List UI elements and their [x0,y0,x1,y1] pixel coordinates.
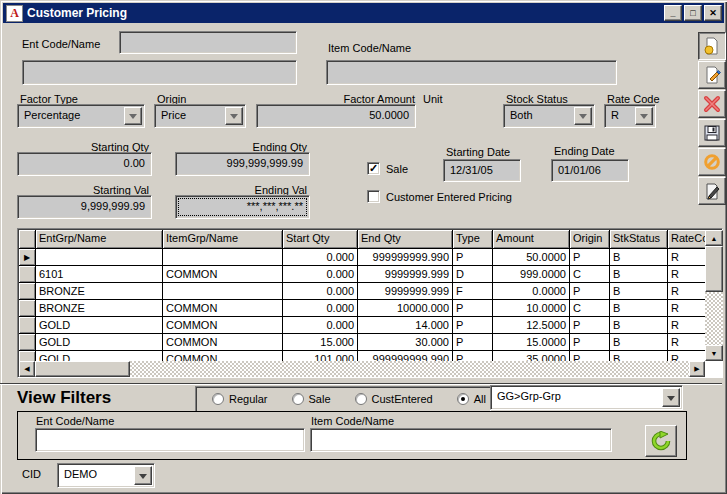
factor-amount-input[interactable]: 50.0000 [256,104,416,128]
table-cell[interactable]: 999.0000 [493,266,570,282]
table-cell[interactable]: 15.000 [283,334,358,350]
table-cell[interactable]: 0.000 [283,249,358,265]
rate-code-dropdown-button[interactable] [635,107,653,125]
vertical-scrollbar[interactable]: ▲ ▼ [705,230,723,361]
table-row[interactable]: 6101COMMON0.0009999999.999D999.0000CBR [19,266,707,283]
radio-icon[interactable] [212,393,224,405]
table-cell[interactable]: P [570,249,610,265]
table-cell[interactable]: 30.000 [358,334,453,350]
table-cell[interactable]: P [570,334,610,350]
table-cell[interactable]: D [453,266,493,282]
edit-record-button[interactable] [698,61,726,89]
table-cell[interactable]: R [668,266,707,282]
table-cell[interactable]: 50.0000 [493,249,570,265]
selected-row-indicator[interactable]: ▶ [19,249,36,265]
column-header-origin[interactable]: Origin [570,230,610,248]
horizontal-scrollbar-thumb[interactable] [35,361,130,377]
table-row[interactable]: BRONZE0.0009999999.999F0.0000PBR [19,283,707,300]
stock-status-dropdown-button[interactable] [574,107,592,125]
column-header-start-qty[interactable]: Start Qty [283,230,358,248]
column-header-rateco[interactable]: RateCo [668,230,707,248]
table-cell[interactable]: COMMON [163,266,283,282]
vertical-scrollbar-thumb[interactable] [705,246,723,292]
cancel-button[interactable] [698,148,726,176]
scroll-up-button[interactable]: ▲ [705,230,723,246]
table-cell[interactable]: P [570,317,610,333]
row-selector[interactable] [19,266,36,282]
new-record-button[interactable] [698,32,726,60]
cid-select[interactable]: DEMO [57,463,155,488]
table-cell[interactable]: 0.000 [283,283,358,299]
column-header-stkstatus[interactable]: StkStatus [610,230,668,248]
filter-ent-code-input[interactable] [35,428,305,452]
table-cell[interactable]: 10000.000 [358,300,453,316]
table-cell[interactable]: 0.000 [283,317,358,333]
scroll-left-button[interactable]: ◀ [19,361,35,377]
save-button[interactable] [698,119,726,147]
table-cell[interactable]: B [610,300,668,316]
table-cell[interactable]: B [610,266,668,282]
ent-name-input[interactable] [22,60,297,85]
view-mode-select[interactable]: GG>Grp-Grp [490,385,683,410]
table-row[interactable]: ▶0.000999999999.990P50.0000PBR [19,249,707,266]
radio-icon[interactable] [355,393,367,405]
table-cell[interactable]: 0.0000 [493,283,570,299]
table-cell[interactable]: R [668,317,707,333]
row-selector[interactable] [19,334,36,350]
scroll-right-button[interactable]: ▶ [689,361,705,377]
table-cell[interactable] [163,249,283,265]
table-cell[interactable]: R [668,283,707,299]
filter-radio-sale[interactable]: Sale [292,393,331,405]
table-cell[interactable]: P [453,334,493,350]
table-cell[interactable]: F [453,283,493,299]
table-cell[interactable]: R [668,334,707,350]
table-cell[interactable]: B [610,249,668,265]
starting-val-input[interactable]: 9,999,999.99 [17,195,152,219]
column-header-entgrp-name[interactable]: EntGrp/Name [36,230,163,248]
table-row[interactable]: GOLDCOMMON0.00014.000P12.5000PBR [19,317,707,334]
table-cell[interactable]: 999999999.990 [358,249,453,265]
table-cell[interactable]: 10.0000 [493,300,570,316]
table-cell[interactable]: 9999999.999 [358,283,453,299]
stock-status-select[interactable]: Both [503,104,595,128]
filter-radio-regular[interactable]: Regular [212,393,268,405]
customer-entered-pricing-row[interactable]: Customer Entered Pricing [367,190,512,203]
item-name-input[interactable] [326,60,617,85]
radio-icon[interactable] [457,393,469,405]
ending-val-input[interactable]: ***,***,***.** [175,195,310,219]
table-cell[interactable] [163,283,283,299]
delete-record-button[interactable] [698,90,726,118]
horizontal-scrollbar[interactable]: ◀ ▶ [19,361,705,377]
table-cell[interactable]: BRONZE [36,283,163,299]
column-header-end-qty[interactable]: End Qty [358,230,453,248]
column-header-type[interactable]: Type [453,230,493,248]
table-cell[interactable]: P [570,283,610,299]
table-cell[interactable]: 0.000 [283,300,358,316]
factor-type-dropdown-button[interactable] [124,107,142,125]
table-cell[interactable]: P [453,300,493,316]
table-cell[interactable]: 12.5000 [493,317,570,333]
table-row[interactable]: BRONZECOMMON0.00010000.000P10.0000CBR [19,300,707,317]
table-cell[interactable]: 14.000 [358,317,453,333]
row-selector[interactable] [19,317,36,333]
table-cell[interactable]: R [668,249,707,265]
table-cell[interactable]: GOLD [36,334,163,350]
column-header-amount[interactable]: Amount [493,230,570,248]
table-cell[interactable]: C [570,266,610,282]
table-cell[interactable]: C [570,300,610,316]
origin-dropdown-button[interactable] [225,107,243,125]
customer-entered-pricing-checkbox[interactable] [367,190,380,203]
table-cell[interactable]: 6101 [36,266,163,282]
ending-date-input[interactable]: 01/01/06 [551,159,629,182]
rate-code-select[interactable]: R [604,104,656,128]
filter-radio-custentered[interactable]: CustEntered [355,393,433,405]
table-row[interactable]: GOLDCOMMON15.00030.000P15.0000PBR [19,334,707,351]
origin-select[interactable]: Price [154,104,246,128]
maximize-button[interactable]: □ [684,5,702,21]
sale-checkbox-row[interactable]: ✓ Sale [367,162,408,175]
table-cell[interactable] [36,249,163,265]
filter-item-code-input[interactable] [310,428,612,452]
table-cell[interactable]: B [610,317,668,333]
table-cell[interactable]: BRONZE [36,300,163,316]
notes-button[interactable] [698,177,726,205]
